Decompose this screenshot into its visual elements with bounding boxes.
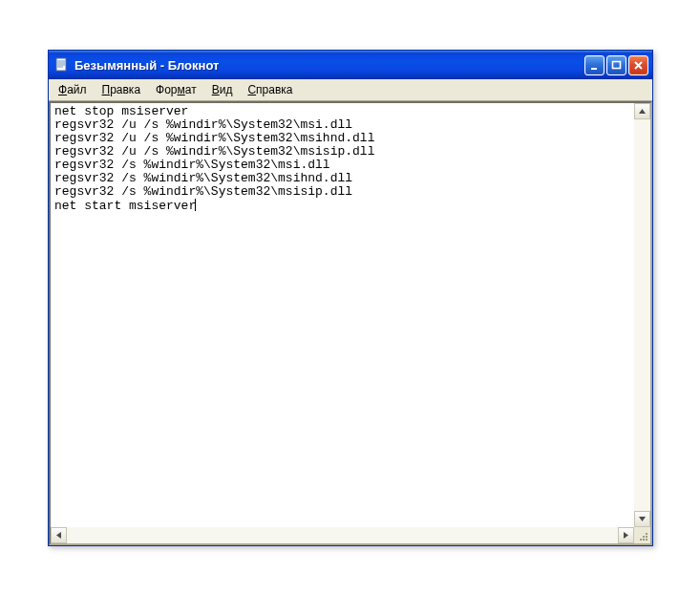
maximize-button[interactable] xyxy=(606,55,626,75)
hscroll-track[interactable] xyxy=(67,527,618,543)
menu-edit[interactable]: Правка xyxy=(95,81,149,98)
client-area: net stop msiserver regsvr32 /u /s %windi… xyxy=(49,101,652,545)
menubar: Файл Правка Формат Вид Справка xyxy=(49,79,652,101)
menu-help[interactable]: Справка xyxy=(240,81,300,98)
size-grip[interactable] xyxy=(634,527,650,543)
notepad-icon xyxy=(54,57,70,73)
window-controls xyxy=(584,55,648,75)
vscroll-track[interactable] xyxy=(634,119,650,511)
vertical-scrollbar[interactable] xyxy=(634,103,650,527)
bottom-scroll-area xyxy=(51,527,650,543)
editor-wrap: net stop msiserver regsvr32 /u /s %windi… xyxy=(51,103,650,527)
text-editor[interactable]: net stop msiserver regsvr32 /u /s %windi… xyxy=(51,103,634,527)
menu-view[interactable]: Вид xyxy=(204,81,241,98)
text-cursor xyxy=(195,199,196,211)
titlebar[interactable]: Безымянный - Блокнот xyxy=(49,51,652,79)
svg-rect-4 xyxy=(643,539,645,541)
svg-rect-1 xyxy=(591,68,597,70)
close-button[interactable] xyxy=(628,55,648,75)
menu-format[interactable]: Формат xyxy=(148,81,204,98)
horizontal-scrollbar[interactable] xyxy=(51,527,634,543)
scroll-up-button[interactable] xyxy=(634,103,650,119)
window-title: Безымянный - Блокнот xyxy=(74,58,584,73)
svg-rect-2 xyxy=(613,61,621,68)
svg-rect-5 xyxy=(646,536,647,538)
menu-file[interactable]: Файл xyxy=(51,81,95,98)
svg-rect-8 xyxy=(646,533,647,535)
scroll-left-button[interactable] xyxy=(51,527,67,543)
svg-rect-7 xyxy=(643,536,645,538)
notepad-window: Безымянный - Блокнот Файл Правка Формат … xyxy=(48,50,653,546)
scroll-right-button[interactable] xyxy=(618,527,634,543)
scroll-down-button[interactable] xyxy=(634,511,650,527)
svg-rect-3 xyxy=(646,539,647,541)
minimize-button[interactable] xyxy=(584,55,605,75)
svg-rect-6 xyxy=(640,539,642,541)
